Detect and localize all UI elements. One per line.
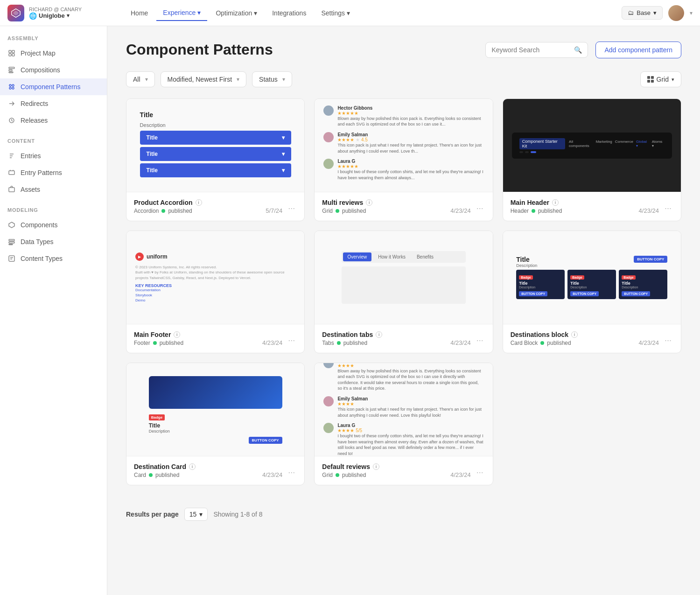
pattern-meta-destination-tabs: Destination tabs i Tabs published 4/23/2… — [315, 324, 492, 353]
main-nav-links: Home Experience ▾ Optimization ▾ Integra… — [124, 5, 622, 21]
info-icon[interactable]: i — [189, 463, 196, 470]
sidebar-item-content-types[interactable]: Content Types — [0, 250, 107, 267]
pattern-more-button[interactable]: ··· — [475, 203, 485, 214]
sidebar-item-assets[interactable]: Assets — [0, 181, 107, 198]
info-icon[interactable]: i — [373, 463, 379, 470]
pattern-card-destinations-block: Title Description BUTTON COPY Badge Titl… — [503, 231, 681, 353]
data-types-icon — [7, 238, 16, 246]
user-menu-chevron-icon[interactable]: ▾ — [690, 10, 693, 16]
entries-icon — [7, 152, 16, 160]
svg-rect-2 — [9, 50, 11, 53]
sidebar-item-project-map-label: Project Map — [21, 49, 56, 57]
nav-settings[interactable]: Settings ▾ — [315, 6, 357, 21]
pattern-more-button[interactable]: ··· — [475, 335, 485, 346]
svg-point-10 — [12, 84, 14, 86]
sidebar-item-entries[interactable]: Entries — [0, 147, 107, 164]
svg-rect-18 — [9, 244, 13, 245]
pattern-preview-destination-card: Badge Title Description BUTTON COPY — [126, 363, 304, 456]
view-filter-chevron-icon: ▾ — [672, 77, 674, 83]
nav-optimization[interactable]: Optimization ▾ — [209, 6, 264, 21]
pattern-more-button[interactable]: ··· — [286, 467, 297, 478]
info-icon[interactable]: i — [174, 331, 180, 338]
sidebar-content-label: CONTENT — [0, 138, 107, 147]
svg-point-11 — [9, 87, 11, 89]
type-filter[interactable]: All ▾ — [126, 71, 155, 87]
grid-view-button[interactable]: Grid ▾ — [640, 71, 681, 87]
brand-workspace[interactable]: 🌐 Uniglobe ▾ — [29, 12, 82, 20]
nav-settings-chevron-icon: ▾ — [347, 9, 350, 17]
pattern-more-button[interactable]: ··· — [286, 335, 297, 346]
pattern-preview-multi-reviews: Hector Gibbons ★★★★★ Blown away by how p… — [315, 99, 492, 192]
sidebar-item-component-patterns[interactable]: Component Patterns — [0, 78, 107, 95]
info-icon[interactable]: i — [196, 199, 202, 206]
sidebar-item-data-types[interactable]: Data Types — [0, 233, 107, 250]
pattern-card-destination-card: Badge Title Description BUTTON COPY — [126, 363, 305, 485]
pattern-meta-main-footer: Main Footer i Footer published 4/23/24 ·… — [126, 324, 304, 353]
pattern-card-destination-tabs: Overview How it Works Benefits Destinati… — [314, 231, 493, 353]
per-page-select[interactable]: 15 ▾ — [184, 508, 208, 521]
showing-results-text: Showing 1-8 of 8 — [213, 511, 262, 518]
user-avatar[interactable] — [668, 5, 684, 21]
per-page-chevron-icon: ▾ — [199, 511, 203, 518]
pattern-meta-main-header: Main Header i Header published 4/23/24 ·… — [503, 192, 681, 221]
pattern-card-product-accordion: Title Description Title▾ Title▾ Title▾ — [126, 98, 305, 221]
sidebar-item-components[interactable]: Components — [0, 217, 107, 233]
pattern-more-button[interactable]: ··· — [663, 203, 673, 214]
main-content: Component Patterns 🔍 Add component patte… — [107, 26, 700, 595]
svg-rect-4 — [9, 54, 11, 56]
sidebar-item-compositions[interactable]: Compositions — [0, 62, 107, 78]
sidebar-item-redirects[interactable]: Redirects — [0, 95, 107, 112]
info-icon[interactable]: i — [366, 199, 372, 206]
sidebar-content-section: CONTENT Entries Entry Patterns — [0, 138, 107, 198]
pattern-more-button[interactable]: ··· — [663, 335, 673, 346]
pattern-more-button[interactable]: ··· — [475, 467, 485, 478]
nav-experience-chevron-icon: ▾ — [197, 9, 201, 16]
add-component-pattern-button[interactable]: Add component pattern — [595, 42, 681, 58]
pattern-more-button[interactable]: ··· — [286, 203, 297, 214]
filters-bar: All ▾ Modified, Newest First ▾ Status ▾ — [126, 71, 681, 87]
sidebar-item-content-types-label: Content Types — [21, 255, 63, 262]
status-filter[interactable]: Status ▾ — [252, 71, 292, 87]
brand-logo[interactable] — [7, 5, 24, 21]
nav-home[interactable]: Home — [124, 6, 154, 21]
pattern-meta-default-reviews: Default reviews i Grid published 4/23/24… — [315, 456, 492, 485]
info-icon[interactable]: i — [552, 199, 559, 206]
nav-experience[interactable]: Experience ▾ — [156, 5, 207, 21]
sidebar-item-entry-patterns[interactable]: Entry Patterns — [0, 164, 107, 181]
type-filter-chevron-icon: ▾ — [145, 76, 148, 83]
patterns-grid: Title Description Title▾ Title▾ Title▾ — [126, 98, 681, 485]
sidebar-item-entries-label: Entries — [21, 152, 41, 160]
svg-rect-17 — [9, 242, 14, 243]
info-icon[interactable]: i — [376, 331, 382, 338]
sidebar-item-project-map[interactable]: Project Map — [0, 45, 107, 62]
pattern-meta-product-accordion: Product Accordion i Accordion published … — [126, 192, 304, 221]
page-title: Component Patterns — [126, 41, 273, 58]
pattern-card-default-reviews: Hector Gibbons ★★★★ Blown away by how po… — [314, 363, 493, 485]
redirects-icon — [7, 99, 16, 108]
published-status-dot — [540, 341, 544, 345]
pattern-preview-main-header: Component Starter Kit All components Mar… — [503, 99, 681, 192]
sidebar-item-data-types-label: Data Types — [21, 238, 54, 245]
env-chevron-icon: ▾ — [653, 9, 657, 16]
sidebar-assembly-label: ASSEMBLY — [0, 35, 107, 45]
search-input[interactable] — [491, 46, 570, 54]
environment-selector[interactable]: 🗂 Base ▾ — [622, 6, 663, 20]
sidebar-item-compositions-label: Compositions — [21, 66, 60, 74]
pattern-preview-main-footer: ▶ uniform © 2023 Uniform Systems, Inc. A… — [126, 231, 304, 324]
patterns-icon — [7, 83, 16, 91]
svg-rect-19 — [9, 256, 14, 261]
grid-icon — [647, 76, 654, 83]
search-icon: 🔍 — [574, 46, 582, 54]
published-status-dot — [153, 341, 157, 345]
published-status-dot — [149, 473, 153, 477]
info-icon[interactable]: i — [571, 331, 578, 338]
pattern-meta-multi-reviews: Multi reviews i Grid published 4/23/24 ·… — [315, 192, 492, 221]
nav-integrations[interactable]: Integrations — [266, 6, 313, 21]
sidebar-modeling-label: MODELING — [0, 207, 107, 217]
search-box[interactable]: 🔍 — [485, 42, 588, 58]
pattern-preview-product-accordion: Title Description Title▾ Title▾ Title▾ — [126, 99, 304, 192]
sidebar-item-releases[interactable]: Releases — [0, 112, 107, 129]
sidebar-item-components-label: Components — [21, 221, 57, 229]
sort-filter[interactable]: Modified, Newest First ▾ — [161, 71, 246, 87]
brand-company: RICHARD @ CANARY — [29, 7, 82, 12]
